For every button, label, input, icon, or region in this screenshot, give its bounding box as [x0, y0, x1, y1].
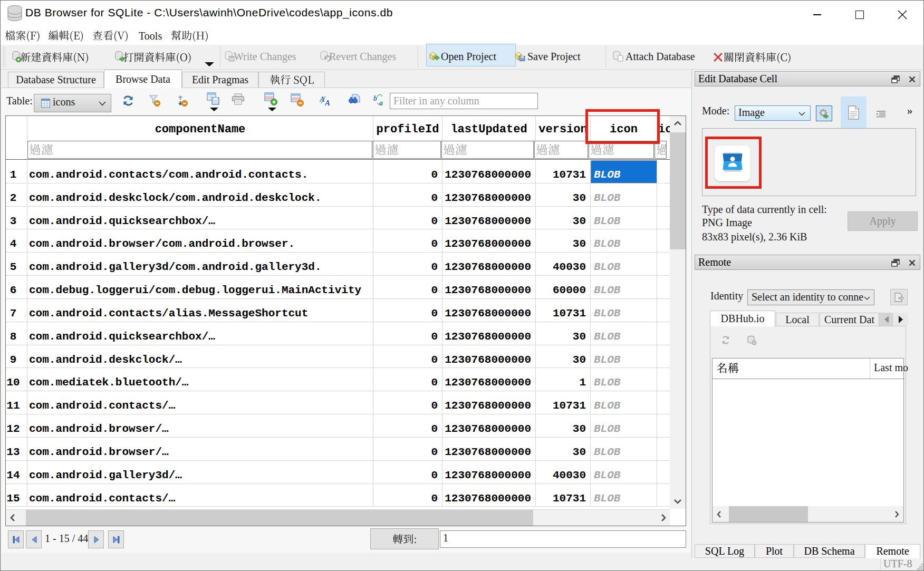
svg-text:b: b — [373, 94, 377, 102]
svg-text:a: a — [379, 99, 383, 107]
svg-text:A: A — [324, 99, 330, 106]
